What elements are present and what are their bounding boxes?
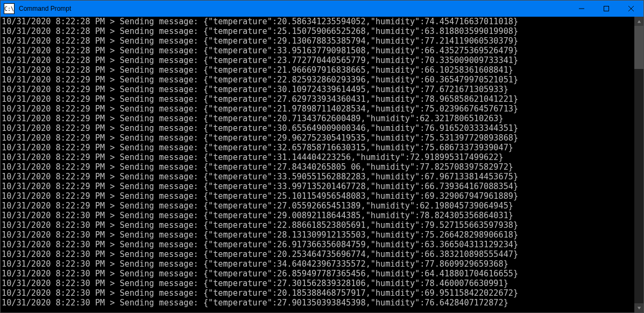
titlebar[interactable]: C:\ Command Prompt — [1, 1, 643, 17]
window-title: Command Prompt — [18, 5, 569, 12]
app-icon: C:\ — [4, 3, 15, 14]
console-line: 10/31/2020 8:22:30 PM > Sending message:… — [2, 249, 633, 259]
console-line: 10/31/2020 8:22:29 PM > Sending message:… — [2, 172, 633, 182]
console-output[interactable]: 10/31/2020 8:22:28 PM > Sending message:… — [1, 17, 634, 312]
window-controls — [569, 1, 643, 17]
console-line: 10/31/2020 8:22:30 PM > Sending message:… — [2, 259, 633, 269]
console-line: 10/31/2020 8:22:29 PM > Sending message:… — [2, 104, 633, 114]
console-line: 10/31/2020 8:22:30 PM > Sending message:… — [2, 211, 633, 220]
command-prompt-window: C:\ Command Prompt 10/31/2020 8:22:28 PM… — [0, 0, 644, 313]
console-line: 10/31/2020 8:22:30 PM > Sending message:… — [2, 220, 633, 230]
scroll-thumb[interactable] — [634, 26, 643, 69]
console-line: 10/31/2020 8:22:28 PM > Sending message:… — [2, 65, 633, 75]
console-line: 10/31/2020 8:22:30 PM > Sending message:… — [2, 230, 633, 240]
scroll-track[interactable] — [634, 26, 643, 303]
console-line: 10/31/2020 8:22:29 PM > Sending message:… — [2, 133, 633, 143]
console-line: 10/31/2020 8:22:30 PM > Sending message:… — [2, 240, 633, 249]
console-line: 10/31/2020 8:22:28 PM > Sending message:… — [2, 26, 633, 36]
console-line: 10/31/2020 8:22:30 PM > Sending message:… — [2, 298, 633, 308]
console-line: 10/31/2020 8:22:28 PM > Sending message:… — [2, 55, 633, 65]
console-line: 10/31/2020 8:22:29 PM > Sending message:… — [2, 143, 633, 152]
close-button[interactable] — [619, 1, 643, 17]
console-line: 10/31/2020 8:22:29 PM > Sending message:… — [2, 94, 633, 104]
console-line: 10/31/2020 8:22:29 PM > Sending message:… — [2, 75, 633, 85]
minimize-button[interactable] — [569, 1, 594, 17]
console-line: 10/31/2020 8:22:29 PM > Sending message:… — [2, 114, 633, 123]
console-line: 10/31/2020 8:22:29 PM > Sending message:… — [2, 191, 633, 201]
client-area: 10/31/2020 8:22:28 PM > Sending message:… — [1, 17, 643, 312]
scroll-down-button[interactable] — [634, 303, 643, 312]
console-line: 10/31/2020 8:22:28 PM > Sending message:… — [2, 36, 633, 46]
vertical-scrollbar[interactable] — [634, 17, 643, 312]
console-line: 10/31/2020 8:22:28 PM > Sending message:… — [2, 17, 633, 26]
console-line: 10/31/2020 8:22:29 PM > Sending message:… — [2, 162, 633, 172]
console-line: 10/31/2020 8:22:29 PM > Sending message:… — [2, 123, 633, 133]
console-line: 10/31/2020 8:22:29 PM > Sending message:… — [2, 85, 633, 94]
scroll-up-button[interactable] — [634, 17, 643, 26]
console-line: 10/31/2020 8:22:29 PM > Sending message:… — [2, 201, 633, 211]
console-line: 10/31/2020 8:22:30 PM > Sending message:… — [2, 279, 633, 288]
console-line: 10/31/2020 8:22:29 PM > Sending message:… — [2, 152, 633, 162]
console-line: 10/31/2020 8:22:28 PM > Sending message:… — [2, 46, 633, 55]
svg-rect-0 — [604, 6, 609, 11]
console-line: 10/31/2020 8:22:30 PM > Sending message:… — [2, 269, 633, 279]
console-line: 10/31/2020 8:22:30 PM > Sending message:… — [2, 288, 633, 298]
console-line: 10/31/2020 8:22:29 PM > Sending message:… — [2, 182, 633, 191]
maximize-button[interactable] — [594, 1, 619, 17]
